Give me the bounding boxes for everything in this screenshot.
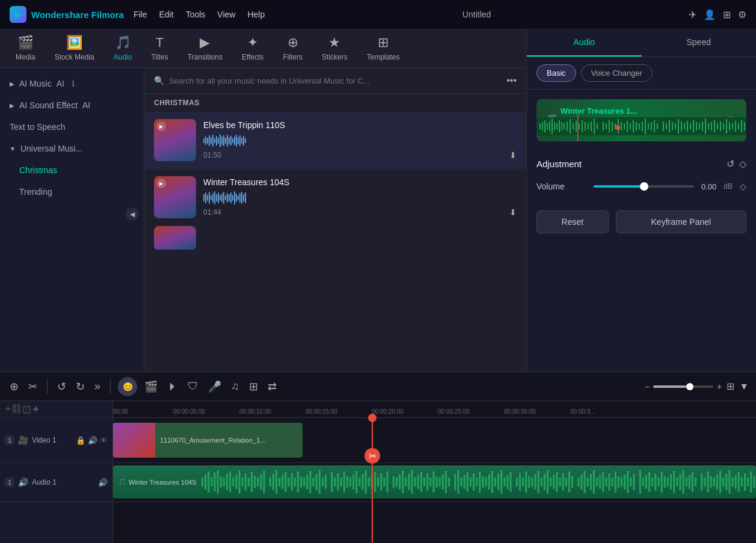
redo-button[interactable]: ↻ [73, 378, 87, 396]
grid-view-button[interactable]: ⊞ [727, 381, 734, 392]
tab-speed[interactable]: Speed [642, 29, 757, 57]
caption-button[interactable]: ⊞ [247, 378, 260, 396]
toolbar-effects[interactable]: ✦ Effects [232, 30, 273, 66]
video-clip[interactable]: 1110670_Amusement_Relation_1... [113, 423, 303, 458]
svg-rect-75 [211, 477, 212, 486]
music-card-2[interactable]: ▶ Winter Treasures 104S [144, 169, 526, 226]
music-duration-1: 01:50 ⬇ [203, 150, 517, 160]
time-mark-0: 00:00 [113, 408, 128, 415]
crop-button[interactable]: ✂ [26, 378, 40, 396]
svg-rect-234 [725, 474, 727, 490]
video-mute-button[interactable]: 🔊 [88, 436, 97, 445]
svg-rect-54 [699, 123, 700, 129]
shield-button[interactable]: 🛡 [185, 378, 201, 395]
split-button[interactable]: ⊕ [7, 378, 21, 396]
audio-clip-label: 🎵 Winter Treasures 104S [113, 476, 201, 488]
plus-track-button[interactable]: ✦ [31, 403, 40, 416]
menu-edit[interactable]: Edit [159, 10, 174, 19]
layout-icon[interactable]: ⊞ [723, 9, 731, 20]
share-icon[interactable]: ✈ [689, 9, 696, 20]
swap-button[interactable]: ⇄ [265, 378, 279, 396]
more-button[interactable]: » [92, 378, 103, 395]
subtab-basic[interactable]: Basic [536, 64, 576, 82]
keyframe-panel-button[interactable]: Keyframe Panel [616, 210, 746, 233]
link-track-button[interactable]: ⛓ [11, 403, 22, 416]
motion-button[interactable]: 🎬 [142, 378, 160, 396]
play-button[interactable]: ⏵ [165, 378, 180, 395]
svg-rect-6 [552, 118, 553, 134]
toolbar-media[interactable]: 🎬 Media [6, 30, 45, 66]
music-card-3[interactable] [144, 226, 526, 250]
sidebar-item-universal[interactable]: ▼ Universal Musi... [0, 138, 144, 159]
music-card-1[interactable]: ▶ Elves be Trippin 110S [144, 112, 526, 169]
video-hide-button[interactable]: 👁 [100, 436, 108, 445]
download-icon-1[interactable]: ⬇ [509, 150, 517, 160]
zoom-out-icon[interactable]: − [645, 382, 650, 391]
toolbar-titles[interactable]: T Titles [141, 30, 177, 66]
toolbar-templates[interactable]: ⊞ Templates [357, 30, 410, 66]
zoom-track[interactable] [653, 385, 713, 388]
svg-rect-166 [503, 477, 505, 486]
video-lock-button[interactable]: 🔒 [76, 436, 85, 445]
wave-bar [214, 191, 215, 204]
zoom-in-icon[interactable]: + [717, 382, 722, 391]
main-content: 🎬 Media 🖼️ Stock Media 🎵 Audio T Titles … [0, 29, 756, 372]
svg-rect-157 [476, 477, 478, 486]
search-input[interactable] [169, 76, 502, 85]
svg-rect-72 [201, 477, 203, 486]
mic-button[interactable]: 🎤 [206, 378, 224, 396]
add-track-button-1[interactable]: + [5, 403, 11, 416]
svg-rect-145 [435, 476, 437, 488]
sidebar-collapse-button[interactable]: ◀ [126, 207, 139, 221]
menu-help[interactable]: Help [247, 10, 265, 19]
svg-rect-169 [515, 477, 517, 486]
svg-rect-208 [642, 477, 644, 486]
svg-rect-98 [284, 472, 286, 492]
video-track-controls: 🔒 🔊 👁 [76, 436, 108, 445]
chevron-button[interactable]: ▼ [739, 381, 749, 392]
svg-rect-170 [518, 473, 520, 491]
svg-rect-218 [673, 471, 675, 493]
toolbar-stickers[interactable]: ★ Stickers [312, 30, 357, 66]
svg-rect-58 [711, 122, 712, 130]
volume-slider[interactable] [594, 185, 694, 188]
toolbar-filters[interactable]: ⊕ Filters [273, 30, 312, 66]
volume-keyframe-icon[interactable]: ◇ [740, 182, 746, 191]
menu-view[interactable]: View [217, 10, 235, 19]
sidebar-item-ai-music[interactable]: ▶ AI Music AI ℹ [0, 73, 144, 94]
zoom-thumb [686, 383, 693, 390]
tab-audio[interactable]: Audio [527, 29, 642, 57]
wave-bar [236, 135, 237, 147]
toolbar-stock-media[interactable]: 🖼️ Stock Media [45, 30, 104, 66]
sidebar-item-tts[interactable]: Text to Speech [0, 116, 144, 138]
subtab-voice-changer[interactable]: Voice Changer [581, 64, 653, 82]
more-options-icon[interactable]: ••• [506, 75, 517, 86]
sidebar-item-christmas[interactable]: Christmas [0, 159, 144, 181]
svg-point-71 [615, 125, 620, 130]
toolbar-transitions[interactable]: ▶ Transitions [178, 30, 232, 66]
svg-rect-232 [719, 471, 721, 493]
settings-icon[interactable]: ⚙ [738, 9, 746, 20]
account-icon[interactable]: 👤 [704, 9, 716, 20]
svg-rect-233 [722, 477, 724, 486]
audio-clip-title: Winter Treasures 104S [129, 479, 197, 486]
svg-rect-194 [596, 477, 598, 486]
download-icon-2[interactable]: ⬇ [509, 207, 517, 217]
wave-bar [203, 138, 204, 143]
toolbar-audio[interactable]: 🎵 Audio [104, 30, 142, 66]
undo-button[interactable]: ↺ [55, 378, 69, 396]
sidebar-item-ai-sound[interactable]: ▶ AI Sound Effect AI [0, 94, 144, 116]
diamond-icon[interactable]: ◇ [739, 158, 746, 170]
reset-icon[interactable]: ↺ [727, 158, 734, 170]
face-retouch-button[interactable]: 😊 [118, 377, 137, 396]
audio-mute-button[interactable]: 🔊 [98, 478, 108, 487]
menu-tools[interactable]: Tools [186, 10, 206, 19]
subtitle-button[interactable]: ⊡ [22, 403, 31, 416]
music-note-button[interactable]: ♫ [229, 378, 242, 395]
svg-rect-190 [583, 471, 585, 493]
svg-rect-83 [235, 475, 237, 489]
reset-button[interactable]: Reset [536, 210, 609, 233]
audio-clip[interactable]: 🎵 Winter Treasures 104S [113, 465, 756, 499]
menu-file[interactable]: File [134, 10, 147, 19]
sidebar-item-trending[interactable]: Trending [0, 181, 144, 203]
